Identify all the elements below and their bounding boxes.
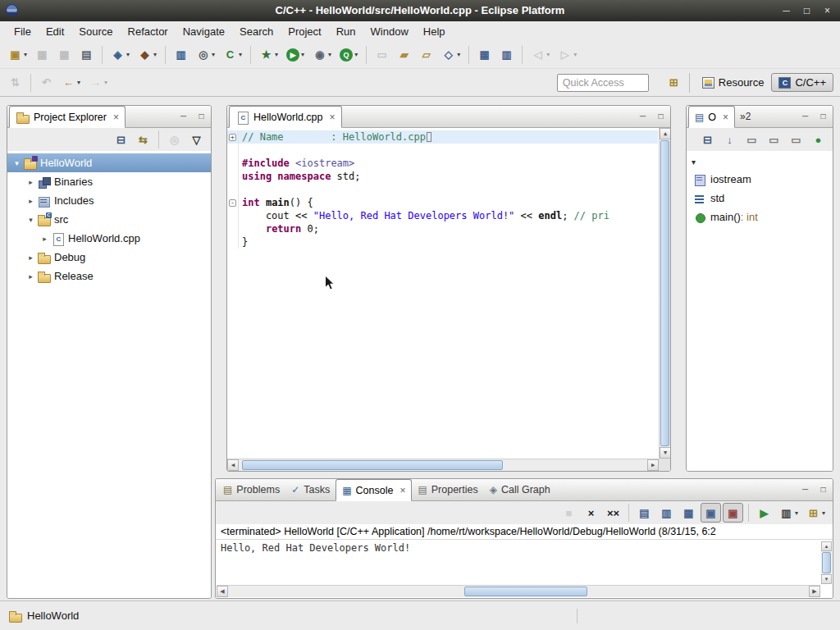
tab-call-graph[interactable]: ◈Call Graph [484,478,556,500]
fold-minus-icon[interactable]: - [227,196,239,209]
outline-item-main[interactable]: main() : int [687,208,833,226]
scroll-track[interactable] [228,586,809,597]
fold-plus-icon[interactable]: + [227,130,239,144]
scroll-down-icon[interactable] [821,574,832,584]
expand-arrow-icon[interactable]: ▸ [25,178,37,186]
hide-fields-button[interactable]: ▭ [742,130,762,149]
tree-item-binaries[interactable]: ▸Binaries [7,172,211,191]
close-tab-icon[interactable]: × [723,112,728,123]
editor-vertical-scrollbar[interactable] [659,128,670,459]
minimize-window-button[interactable]: ─ [778,2,795,19]
show-stderr-toggle-button[interactable]: ▣ [723,503,743,523]
menu-edit[interactable]: Edit [39,23,71,40]
expand-arrow-icon[interactable]: ▾ [11,159,23,167]
minimize-view-button[interactable]: ─ [799,110,811,121]
run-button[interactable]: ▶▾ [283,45,308,65]
scroll-left-icon[interactable] [217,586,228,597]
perspective-cpp-button[interactable]: C/C++ [771,73,833,92]
menu-window[interactable]: Window [363,23,416,40]
link-with-editor-button[interactable]: ⇆ [133,130,153,149]
collapse-all-button[interactable]: ⊟ [111,130,131,149]
menu-project[interactable]: Project [281,23,328,40]
editor-horizontal-scrollbar[interactable] [227,459,659,471]
tab-tasks[interactable]: ✓Tasks [285,478,336,500]
hide-static-members-button[interactable]: ▭ [764,130,784,149]
remove-all-terminated-button[interactable]: ×× [603,503,623,523]
scrollbar-thumb[interactable] [464,587,587,596]
search-button[interactable]: ◇▾ [438,45,463,65]
debug-button[interactable]: ★▾ [256,45,281,65]
console-horizontal-scrollbar[interactable] [217,585,820,597]
view-overflow-chevron[interactable]: »2 [740,111,751,122]
code-area[interactable]: +// Name : HelloWorld.cpp#include <iostr… [227,130,658,249]
menu-search[interactable]: Search [232,23,281,40]
maximize-view-button[interactable]: □ [817,483,829,495]
back-button[interactable]: ←▾ [58,73,84,93]
scroll-left-icon[interactable] [227,459,239,471]
menu-help[interactable]: Help [416,23,453,40]
new-button[interactable]: ▣▾ [5,45,30,65]
expand-arrow-icon[interactable]: ▾ [25,216,37,224]
close-tab-icon[interactable]: × [330,112,336,123]
linked-mode-button[interactable]: ● [808,130,829,149]
collapse-all-button[interactable]: ⊟ [697,130,718,149]
code-editor[interactable]: +// Name : HelloWorld.cpp#include <iostr… [227,128,670,471]
scrollbar-thumb[interactable] [822,552,831,573]
quick-access-input[interactable] [557,74,649,92]
maximize-view-button[interactable]: □ [817,110,829,121]
display-selected-console-button[interactable]: ▥▾ [776,503,801,523]
expand-arrow-icon[interactable]: ▸ [39,235,51,243]
maximize-window-button[interactable]: □ [798,2,815,19]
expand-arrow-icon[interactable]: ▸ [25,253,37,262]
menu-file[interactable]: File [7,23,39,40]
outline-item-std[interactable]: std [687,189,833,208]
build-all-button[interactable]: ◆▾ [135,45,160,65]
tab-problems[interactable]: ▤Problems [217,478,285,500]
scroll-right-icon[interactable] [809,586,820,597]
menu-refactor[interactable]: Refactor [121,23,176,40]
outline-view-menu-icon[interactable]: ▾ [692,158,696,167]
expand-arrow-icon[interactable]: ▸ [25,197,37,205]
build-active-config-button[interactable]: C▾ [220,45,245,65]
toggle-block-selection-button[interactable]: ▦ [474,45,495,65]
minimize-view-button[interactable]: ─ [177,110,189,121]
menu-navigate[interactable]: Navigate [176,23,232,40]
maximize-view-button[interactable]: □ [655,110,667,121]
show-stdout-toggle-button[interactable]: ▣ [701,503,721,523]
scroll-lock-button[interactable]: ▥ [656,503,677,523]
show-whitespace-button[interactable]: ▥ [496,45,517,65]
open-perspective-button[interactable]: ⊞ [664,73,684,93]
scroll-right-icon[interactable] [647,459,659,471]
outline-item-iostream[interactable]: iostream [687,170,833,189]
tree-item-src[interactable]: ▾Csrc [7,210,211,229]
import-folder-button[interactable]: ▱ [416,45,436,65]
clear-console-button[interactable]: ▤ [634,503,655,523]
scrollbar-thumb[interactable] [660,140,669,446]
perspective-resource-button[interactable]: Resource [695,73,772,92]
tab-outline[interactable]: ▤ O × [688,106,735,128]
new-cpp-project-button[interactable]: ◈▾ [107,45,133,65]
word-wrap-button[interactable]: ▦ [678,503,699,523]
hide-non-public-members-button[interactable]: ▭ [786,130,806,149]
menu-source[interactable]: Source [71,23,120,40]
tree-item-includes[interactable]: ▸Includes [7,191,211,210]
profile-button[interactable]: ◉▾ [309,45,335,65]
open-element-button[interactable]: ◎▾ [193,45,218,65]
tree-item-debug[interactable]: ▸Debug [7,248,211,267]
minimize-view-button[interactable]: ─ [637,110,649,121]
close-window-button[interactable]: × [819,2,836,19]
external-tools-button[interactable]: Q▾ [336,45,361,65]
scroll-up-icon[interactable] [821,541,832,551]
scrollbar-thumb[interactable] [242,460,503,470]
open-console-button[interactable]: ⊞▾ [803,503,829,523]
print-button[interactable]: ▤ [76,45,97,65]
open-task-button[interactable]: ▰ [394,45,414,65]
scroll-down-icon[interactable] [660,447,670,459]
minimize-view-button[interactable]: ─ [799,483,811,495]
sort-button[interactable]: ↓ [719,130,740,149]
console-vertical-scrollbar[interactable] [821,541,832,584]
view-menu-button[interactable]: ▽ [186,130,207,149]
tab-console[interactable]: ▦Console× [336,479,412,501]
maximize-view-button[interactable]: □ [195,110,208,121]
tab-helloworld-cpp[interactable]: HelloWorld.cpp × [229,106,342,128]
